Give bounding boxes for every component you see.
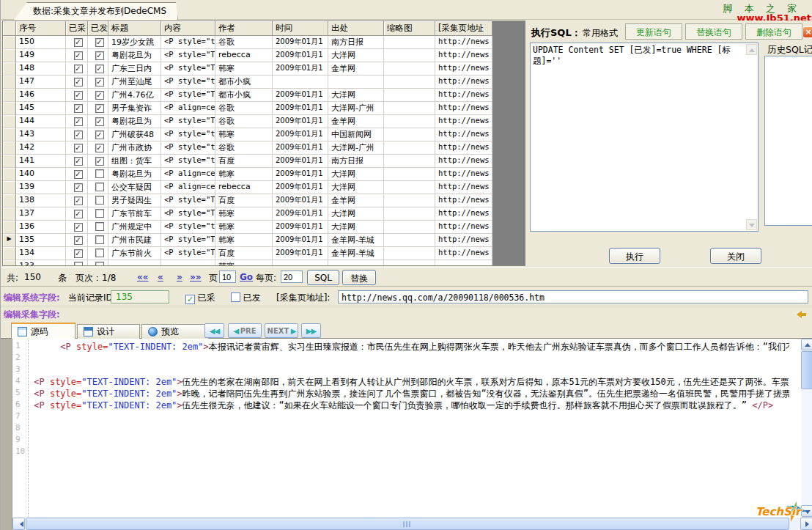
published-checkbox[interactable]: ✓: [88, 128, 108, 141]
pager-replace-button[interactable]: 替换: [342, 270, 376, 285]
published-checkbox[interactable]: ✓: [88, 62, 108, 76]
collected-checkbox[interactable]: ✓: [66, 247, 88, 260]
collected-checkbox[interactable]: ✓: [66, 62, 88, 76]
table-row[interactable]: 143✓✓广州破获48<P style="t韩寒2009年01月1中国新闻网ht…: [3, 128, 492, 141]
scrollbar-up-icon[interactable]: [801, 339, 812, 350]
collected-checkbox[interactable]: ✓: [66, 155, 88, 168]
row-selector[interactable]: [3, 207, 16, 221]
published-checkbox[interactable]: 已发: [231, 292, 261, 304]
nav-last-button[interactable]: ▶▶: [301, 323, 321, 338]
collected-checkbox[interactable]: ✓: [66, 128, 88, 141]
table-row[interactable]: 136✓广州规定中<P style="t韩寒2009年01月1大洋网http:/…: [3, 221, 492, 234]
published-checkbox[interactable]: [88, 194, 108, 207]
row-selector[interactable]: [3, 36, 16, 49]
table-row[interactable]: 146✓✓广州4.76亿<P style="T都市小疯2009年01月1大洋网h…: [3, 89, 492, 102]
close-button[interactable]: 关闭: [710, 248, 761, 264]
row-selector[interactable]: [3, 49, 16, 62]
collected-checkbox[interactable]: ✓: [66, 234, 88, 247]
table-row[interactable]: 141✓✓组图：货车<P style="t百度2009年01月1南方日报http…: [3, 155, 492, 168]
published-checkbox[interactable]: [88, 181, 108, 194]
horizontal-scrollbar-thumb[interactable]: [26, 518, 789, 530]
header-published[interactable]: 已发: [88, 21, 108, 36]
source-code-editor[interactable]: 1 <P style="TEXT-INDENT: 2em">本报讯记者黄宙辉、实…: [1, 339, 801, 518]
table-row[interactable]: 148✓✓广东三日内<P style="T韩寒2009年01月1金羊网http:…: [3, 62, 492, 76]
nav-next-button[interactable]: NEXT ▶: [265, 323, 298, 338]
header-url[interactable]: [采集页地址: [435, 21, 492, 36]
header-num[interactable]: 序号: [16, 21, 66, 36]
header-author[interactable]: 作者: [215, 21, 273, 36]
tab-source[interactable]: 源码: [11, 323, 75, 339]
row-selector[interactable]: [3, 181, 16, 194]
horizontal-scrollbar[interactable]: [12, 518, 812, 530]
row-selector[interactable]: [3, 115, 16, 128]
prev-page-link[interactable]: «: [158, 272, 163, 282]
published-checkbox[interactable]: [88, 221, 108, 234]
record-id-input[interactable]: 135: [111, 290, 169, 303]
table-row[interactable]: 144✓✓粤剧花旦为<P style="T谷歌2009年01月1金羊网http:…: [3, 115, 492, 128]
editor-vertical-scrollbar[interactable]: [801, 339, 812, 517]
collected-checkbox[interactable]: ✓: [66, 76, 88, 89]
header-time[interactable]: 时间: [273, 21, 328, 36]
table-row[interactable]: ▶135✓广州市民建<P style="T韩寒2009年01月1金羊网-羊城ht…: [3, 234, 492, 247]
history-sql-list[interactable]: [764, 56, 812, 226]
table-row[interactable]: 134✓广东节前火<P style="T百度2009年01月1金羊网-羊城htt…: [3, 247, 492, 260]
collected-checkbox[interactable]: ✓: [66, 115, 88, 128]
table-row[interactable]: 138✓男子疑因生<P style="T百度2009年01月1金羊网http:/…: [3, 194, 492, 207]
execute-button[interactable]: 执行: [609, 248, 660, 264]
collected-checkbox[interactable]: ✓: [66, 181, 88, 194]
published-checkbox[interactable]: ✓: [88, 155, 108, 168]
row-selector[interactable]: [3, 89, 16, 102]
published-checkbox[interactable]: [88, 168, 108, 181]
header-title[interactable]: 标题: [108, 21, 161, 36]
first-page-link[interactable]: ««: [137, 272, 149, 282]
collect-url-input[interactable]: http://news.qq.com/a/20090118/000536.htm: [338, 290, 808, 303]
table-row[interactable]: 140✓粤剧花旦为<P align=ce韩寒2009年01月1大洋网http:/…: [3, 168, 492, 181]
header-thumb[interactable]: 缩略图: [384, 21, 435, 36]
scrollbar-thumb[interactable]: [801, 351, 812, 389]
table-row[interactable]: 139✓公交车疑因<P align=cerebecca2009年01月1大洋网h…: [3, 181, 492, 194]
per-page-input[interactable]: [281, 270, 303, 283]
collected-checkbox[interactable]: ✓: [66, 221, 88, 234]
nav-first-button[interactable]: ◀◀: [204, 323, 224, 338]
tab-data-collect[interactable]: 数据:采集文章并发布到DedeCMS: [14, 2, 178, 20]
published-checkbox[interactable]: ✓: [88, 89, 108, 102]
collected-checkbox[interactable]: ✓: [66, 89, 88, 102]
published-checkbox[interactable]: ✓: [88, 49, 108, 62]
collected-checkbox[interactable]: ✓: [66, 194, 88, 207]
published-checkbox[interactable]: ✓: [88, 141, 108, 155]
tab-preview[interactable]: 预览: [141, 324, 209, 339]
row-selector[interactable]: [3, 155, 16, 168]
published-checkbox[interactable]: [88, 234, 108, 247]
table-row[interactable]: 149✓✓粤剧花旦为<P style="Trebecca2009年01月1大洋网…: [3, 49, 492, 62]
table-row[interactable]: 147✓✓广州至汕尾<P style="t都市小疯http://news: [3, 76, 492, 89]
published-checkbox[interactable]: ✓: [88, 36, 108, 49]
row-selector[interactable]: [3, 128, 16, 141]
close-x-button[interactable]: ×: [802, 26, 812, 38]
collected-checkbox[interactable]: ✓: [66, 207, 88, 221]
scroll-left-icon[interactable]: [12, 518, 25, 530]
scroll-down-icon[interactable]: [746, 219, 757, 230]
scroll-up-icon[interactable]: [746, 44, 757, 55]
published-checkbox[interactable]: ✓: [88, 115, 108, 128]
published-checkbox[interactable]: ✓: [88, 76, 108, 89]
next-page-link[interactable]: »: [177, 272, 182, 282]
sql-button[interactable]: SQL: [307, 270, 339, 285]
published-checkbox[interactable]: [88, 260, 108, 266]
row-selector[interactable]: [3, 62, 16, 76]
tab-design[interactable]: 设计: [77, 324, 140, 339]
header-collected[interactable]: 已采: [66, 21, 88, 36]
row-selector[interactable]: [3, 168, 16, 181]
collected-checkbox[interactable]: ✓: [66, 141, 88, 155]
replace-statement-button[interactable]: 替换语句: [685, 23, 742, 40]
published-checkbox[interactable]: ✓: [88, 102, 108, 115]
table-row[interactable]: 142✓✓广州市政协<P style="t谷歌2009年01月1大洋网-广州ht…: [3, 141, 492, 155]
published-checkbox[interactable]: [88, 247, 108, 260]
row-selector[interactable]: [3, 247, 16, 260]
row-selector[interactable]: [3, 221, 16, 234]
row-selector[interactable]: ▶: [3, 234, 16, 247]
nav-prev-button[interactable]: ◀ PRE: [228, 323, 262, 338]
table-row[interactable]: 137✓广东节前车<P style="T韩寒2009年01月1大洋网http:/…: [3, 207, 492, 221]
row-selector[interactable]: [3, 260, 16, 266]
row-selector[interactable]: [3, 102, 16, 115]
update-statement-button[interactable]: 更新语句: [625, 23, 682, 40]
